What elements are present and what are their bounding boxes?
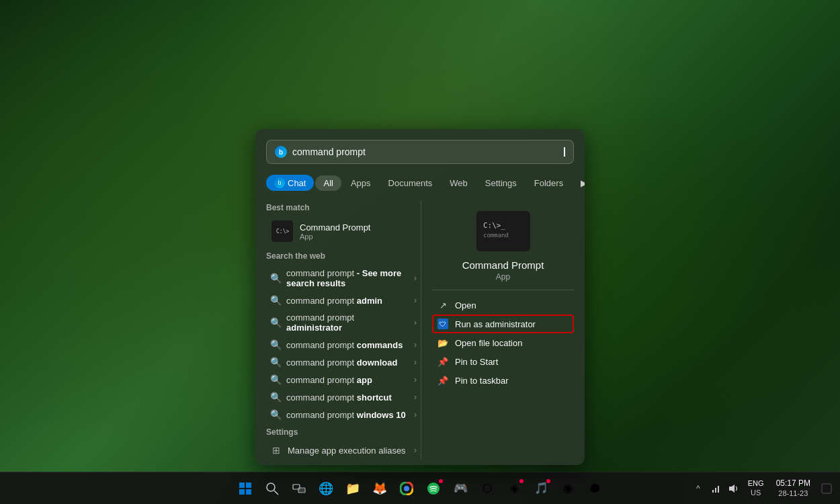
locale-country: US bbox=[751, 489, 761, 497]
action-pin-start-label: Pin to Start bbox=[455, 357, 498, 367]
action-run-as-admin[interactable]: 🛡 Run as administrator bbox=[432, 314, 574, 333]
locale-area[interactable]: ENG US bbox=[744, 478, 768, 498]
svg-rect-16 bbox=[712, 490, 714, 493]
shield-icon: 🛡 bbox=[437, 319, 448, 329]
search-result-arrow-7: › bbox=[414, 410, 417, 419]
tab-apps[interactable]: Apps bbox=[343, 175, 379, 191]
edge-button[interactable]: 🌐 bbox=[314, 476, 338, 501]
search-result-6[interactable]: 🔍 command prompt shortcut › bbox=[266, 388, 421, 406]
search-bar[interactable]: b bbox=[266, 140, 574, 164]
system-tray: ^ bbox=[690, 480, 741, 497]
best-match-label: Best match bbox=[266, 203, 421, 212]
tab-web[interactable]: Web bbox=[442, 175, 476, 191]
chat-icon: b bbox=[274, 177, 285, 188]
search-result-arrow-0: › bbox=[414, 274, 417, 283]
firefox-button[interactable]: 🦊 bbox=[368, 476, 392, 501]
search-result-text-5: command prompt app bbox=[286, 375, 409, 385]
tab-play[interactable]: ▶ bbox=[573, 175, 585, 191]
main-content: Best match C:\> Command Prompt App Searc… bbox=[266, 200, 574, 460]
search-result-text-2: command prompt administrator bbox=[286, 312, 409, 333]
tab-settings[interactable]: Settings bbox=[477, 175, 525, 191]
search-result-arrow-4: › bbox=[414, 358, 417, 367]
search-result-arrow-5: › bbox=[414, 375, 417, 384]
file-explorer-button[interactable]: 📁 bbox=[341, 476, 365, 501]
start-button[interactable] bbox=[233, 476, 257, 501]
search-result-arrow-2: › bbox=[414, 318, 417, 327]
search-result-arrow-6: › bbox=[414, 392, 417, 402]
tab-all-label: All bbox=[323, 178, 333, 188]
action-pin-to-start[interactable]: 📌 Pin to Start bbox=[432, 352, 574, 371]
svg-rect-8 bbox=[246, 489, 251, 495]
svg-text:C:\>_: C:\>_ bbox=[483, 221, 505, 230]
svg-line-10 bbox=[274, 491, 278, 495]
svg-rect-20 bbox=[822, 484, 831, 493]
task-view-button[interactable] bbox=[287, 476, 311, 501]
search-bing-icon: b bbox=[275, 146, 287, 158]
search-result-7[interactable]: 🔍 command prompt windows 10 › bbox=[266, 406, 421, 423]
notification-button[interactable] bbox=[818, 480, 835, 497]
search-taskbar-button[interactable] bbox=[260, 476, 284, 501]
cmd-icon-large: C:\>_ command bbox=[476, 211, 530, 251]
search-result-1[interactable]: 🔍 command prompt admin › bbox=[266, 292, 421, 309]
app8-button[interactable]: 🎵 bbox=[529, 476, 553, 501]
settings-section-label: Settings bbox=[266, 427, 421, 437]
action-pin-to-taskbar[interactable]: 📌 Pin to taskbar bbox=[432, 371, 574, 390]
settings-item-label: Manage app execution aliases bbox=[288, 446, 409, 456]
search-result-2[interactable]: 🔍 command prompt administrator › bbox=[266, 309, 421, 336]
settings-manage-aliases[interactable]: ⊞ Manage app execution aliases › bbox=[266, 441, 421, 460]
search-result-icon-2: 🔍 bbox=[270, 317, 281, 328]
clock-date: 28-11-23 bbox=[778, 489, 808, 498]
tray-network[interactable] bbox=[708, 480, 724, 497]
svg-text:C:\>: C:\> bbox=[276, 228, 289, 235]
best-match-title: Command Prompt bbox=[300, 222, 370, 233]
search-result-arrow-3: › bbox=[414, 340, 417, 349]
app7-button[interactable]: ◈ bbox=[502, 476, 526, 501]
search-result-0[interactable]: 🔍 command prompt - See more search resul… bbox=[266, 265, 421, 292]
taskbar: 🌐 📁 🦊 🎮 ⬡ ◈ � bbox=[0, 472, 840, 504]
chrome-button[interactable] bbox=[394, 476, 419, 501]
app6-button[interactable]: ⬡ bbox=[475, 476, 499, 501]
svg-point-9 bbox=[267, 483, 275, 491]
tab-folders[interactable]: Folders bbox=[526, 175, 571, 191]
steam-button[interactable]: 🎮 bbox=[448, 476, 472, 501]
search-input[interactable] bbox=[292, 146, 558, 157]
svg-point-14 bbox=[404, 486, 409, 491]
tab-all[interactable]: All bbox=[315, 175, 341, 191]
tab-folders-label: Folders bbox=[534, 178, 563, 188]
tab-chat[interactable]: b Chat bbox=[266, 175, 314, 191]
tray-volume[interactable] bbox=[725, 480, 741, 497]
best-match-item[interactable]: C:\> Command Prompt App bbox=[266, 216, 421, 246]
clock-area[interactable]: 05:17 PM 28-11-23 bbox=[771, 478, 816, 499]
svg-text:command: command bbox=[483, 232, 509, 239]
folder-icon: 📂 bbox=[437, 337, 448, 348]
action-open-label: Open bbox=[455, 300, 476, 310]
tab-chat-label: Chat bbox=[288, 178, 306, 188]
pin-taskbar-icon: 📌 bbox=[437, 375, 448, 386]
pin-start-icon: 📌 bbox=[437, 356, 448, 367]
search-result-5[interactable]: 🔍 command prompt app › bbox=[266, 371, 421, 388]
svg-rect-2 bbox=[480, 214, 527, 248]
action-open-file-location[interactable]: 📂 Open file location bbox=[432, 333, 574, 352]
tab-documents[interactable]: Documents bbox=[380, 175, 441, 191]
right-panel: C:\>_ command Command Prompt App ↗ Open … bbox=[421, 200, 574, 460]
search-result-3[interactable]: 🔍 command prompt commands › bbox=[266, 336, 421, 353]
search-result-text-0: command prompt - See more search results bbox=[286, 268, 409, 288]
app9-button[interactable]: ◉ bbox=[556, 476, 580, 501]
search-results-list: 🔍 command prompt - See more search resul… bbox=[266, 265, 421, 423]
svg-rect-6 bbox=[246, 482, 251, 488]
svg-rect-7 bbox=[239, 489, 245, 495]
spotify-button[interactable] bbox=[421, 476, 446, 501]
tab-settings-label: Settings bbox=[485, 178, 517, 188]
tab-apps-label: Apps bbox=[351, 178, 371, 188]
action-open[interactable]: ↗ Open bbox=[432, 296, 574, 314]
open-icon: ↗ bbox=[437, 300, 448, 310]
search-result-4[interactable]: 🔍 command prompt download › bbox=[266, 353, 421, 371]
left-panel: Best match C:\> Command Prompt App Searc… bbox=[266, 200, 421, 460]
app10-button[interactable]: ⬢ bbox=[583, 476, 607, 501]
search-result-text-3: command prompt commands bbox=[286, 340, 409, 350]
search-result-icon-0: 🔍 bbox=[270, 273, 281, 284]
tab-web-label: Web bbox=[450, 178, 468, 188]
search-cursor bbox=[564, 147, 565, 157]
clock-time: 05:17 PM bbox=[776, 478, 810, 489]
tray-chevron[interactable]: ^ bbox=[690, 480, 706, 497]
